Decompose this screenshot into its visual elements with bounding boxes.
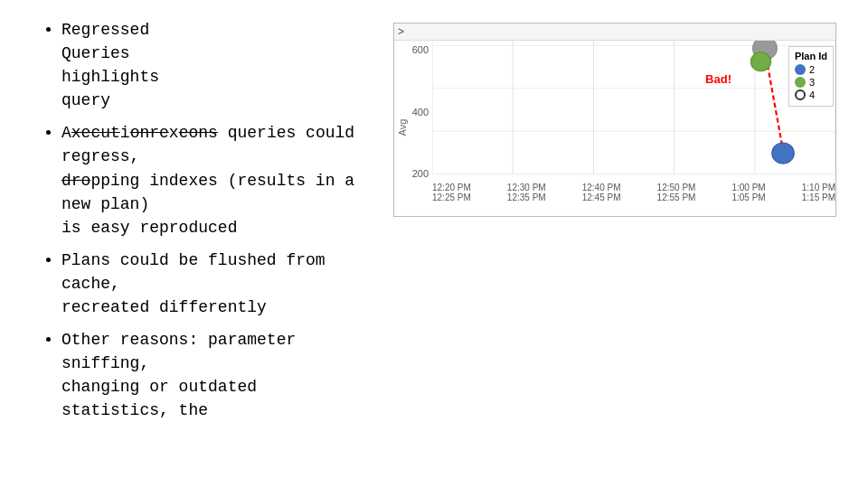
- bad-label: Bad!: [705, 72, 731, 86]
- y-axis-label: Avg: [397, 118, 408, 136]
- chart-header: >: [394, 23, 835, 41]
- chart-body: Avg 600 400 200: [394, 41, 835, 213]
- legend-item-2: 2: [795, 64, 827, 75]
- main-content: RegressedQuerieshighlightsquery Axecutio…: [0, 0, 868, 488]
- chart-legend: Plan Id 2 3 4: [788, 46, 834, 107]
- bullet-item-4: Other reasons: parameter sniffing,changi…: [61, 328, 371, 422]
- chart-svg: [432, 41, 835, 179]
- legend-dot-4: [795, 89, 806, 100]
- bullet-text-3: Plans could be flushed from cache,recrea…: [61, 251, 326, 316]
- chart-nav-button[interactable]: >: [398, 25, 404, 38]
- dot-plan2: [772, 143, 795, 164]
- x-tick-1240: 12:40 PM 12:45 PM: [582, 183, 621, 202]
- legend-label-4: 4: [809, 89, 815, 100]
- legend-title: Plan Id: [795, 51, 827, 61]
- x-axis: 12:20 PM 12:25 PM 12:30 PM 12:35 PM 12:4…: [432, 181, 835, 213]
- y-tick-400: 400: [412, 107, 429, 117]
- bullet-item-3: Plans could be flushed from cache,recrea…: [61, 249, 371, 319]
- bullet-text-2: Axecutionrexeons queries could regress,d…: [61, 124, 354, 236]
- chart-plot-area: Bad! 12:20 PM 12:25 PM 12:30 PM 12:35 PM: [432, 41, 835, 213]
- legend-item-3: 3: [795, 77, 827, 88]
- y-tick-200: 200: [412, 168, 429, 179]
- x-tick-1230: 12:30 PM 12:35 PM: [507, 183, 546, 202]
- bullet-text-4: Other reasons: parameter sniffing,changi…: [61, 331, 296, 419]
- bullet-list: RegressedQuerieshighlightsquery Axecutio…: [36, 18, 371, 432]
- x-tick-100: 1:00 PM 1:05 PM: [731, 183, 765, 202]
- bullet-item-2: Axecutionrexeons queries could regress,d…: [61, 121, 371, 239]
- x-tick-110: 1:10 PM 1:15 PM: [802, 183, 835, 202]
- chart-container: > Avg 600 400 200: [393, 23, 836, 217]
- legend-label-2: 2: [809, 64, 815, 75]
- bullet-item-1: RegressedQuerieshighlightsquery: [61, 18, 371, 112]
- x-tick-1250: 12:50 PM 12:55 PM: [657, 183, 696, 202]
- bullet-text-1: RegressedQuerieshighlightsquery: [61, 21, 159, 109]
- left-panel: RegressedQuerieshighlightsquery Axecutio…: [18, 9, 380, 479]
- y-axis-ticks: 600 400 200: [412, 41, 432, 179]
- right-panel: > Avg 600 400 200: [380, 9, 850, 479]
- legend-label-3: 3: [809, 77, 815, 88]
- x-tick-1220: 12:20 PM 12:25 PM: [432, 183, 471, 202]
- y-tick-600: 600: [412, 44, 429, 55]
- dot-plan3: [750, 52, 770, 71]
- legend-item-4: 4: [795, 89, 827, 100]
- legend-dot-3: [795, 77, 806, 88]
- legend-dot-2: [795, 64, 806, 75]
